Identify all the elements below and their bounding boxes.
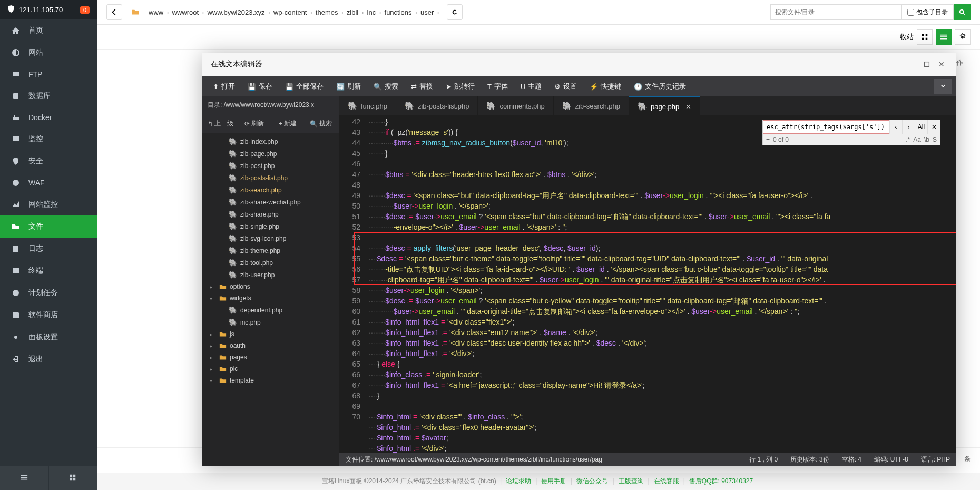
sidebar-item-ftp[interactable]: FTP xyxy=(0,64,97,85)
footer-link[interactable]: 正版查询 xyxy=(619,477,644,485)
toolbar-history-button[interactable]: 🕐文件历史记录 xyxy=(628,79,692,94)
footer-link[interactable]: 论坛求助 xyxy=(506,477,531,485)
tree-tool-up[interactable]: ↰上一级 xyxy=(204,117,237,130)
tree-tool-refresh[interactable]: ⟳刷新 xyxy=(238,117,271,130)
tree-file[interactable]: 🐘zib-user.php xyxy=(202,269,339,281)
editor-tab[interactable]: 🐘func.php xyxy=(339,96,396,115)
breadcrumb-segment[interactable]: user xyxy=(417,6,437,18)
tree-file[interactable]: 🐘zib-tool.php xyxy=(202,257,339,269)
toolbar-keys-button[interactable]: ⚡快捷键 xyxy=(583,79,628,94)
grid-view-button[interactable] xyxy=(917,29,933,45)
tree-folder[interactable]: ▾template xyxy=(202,375,339,386)
tree-folder[interactable]: ▸options xyxy=(202,281,339,292)
tree-file[interactable]: 🐘zib-share-wechat.php xyxy=(202,196,339,208)
toolbar-goto-button[interactable]: ➤跳转行 xyxy=(439,79,481,94)
breadcrumb-segment[interactable]: www xyxy=(145,6,166,18)
tree-file[interactable]: 🐘zib-page.php xyxy=(202,148,339,160)
settings-view-button[interactable] xyxy=(955,29,971,45)
tree-file[interactable]: 🐘zib-single.php xyxy=(202,220,339,232)
find-plus[interactable]: + xyxy=(766,136,770,143)
sidebar-item-logout[interactable]: 退出 xyxy=(0,348,97,370)
toolbar-font-button[interactable]: T字体 xyxy=(481,79,514,94)
list-view-button[interactable] xyxy=(936,29,952,45)
footer-link[interactable]: 在线客服 xyxy=(654,477,679,485)
breadcrumb-segment[interactable]: zibll xyxy=(344,6,361,18)
toolbar-replace-button[interactable]: ⇄替换 xyxy=(405,79,439,94)
include-subdir-checkbox[interactable]: 包含子目录 xyxy=(902,4,954,20)
find-all-button[interactable]: All xyxy=(915,120,927,134)
find-case-toggle[interactable]: Aa xyxy=(913,136,921,143)
breadcrumb-segment[interactable]: functions xyxy=(381,6,415,18)
sidebar-item-folder[interactable]: 文件 xyxy=(0,215,97,238)
search-go-button[interactable] xyxy=(954,4,971,20)
toolbar-gear-button[interactable]: ⚙设置 xyxy=(548,79,583,94)
sidebar-item-settings[interactable]: 面板设置 xyxy=(0,326,97,348)
status-history[interactable]: 历史版本: 3份 xyxy=(790,455,829,464)
sidebar-item-monitor[interactable]: 监控 xyxy=(0,128,97,150)
search-input[interactable] xyxy=(770,4,902,20)
tree-tool-search[interactable]: 🔍搜索 xyxy=(305,117,338,130)
footer-link[interactable]: 使用手册 xyxy=(541,477,566,485)
tree-folder[interactable]: ▸pic xyxy=(202,363,339,375)
find-input[interactable] xyxy=(763,120,889,134)
breadcrumb-segment[interactable]: themes xyxy=(312,6,341,18)
notification-badge[interactable]: 0 xyxy=(80,6,90,14)
tree-file[interactable]: 🐘zib-theme.php xyxy=(202,244,339,257)
toolbar-saveall-button[interactable]: 💾全部保存 xyxy=(279,79,330,94)
tree-file[interactable]: 🐘zib-share.php xyxy=(202,208,339,220)
find-prev-button[interactable]: ‹ xyxy=(889,120,902,134)
toolbar-theme-button[interactable]: U主题 xyxy=(514,79,548,94)
toolbar-save-button[interactable]: 💾保存 xyxy=(241,79,279,94)
minimize-icon[interactable]: — xyxy=(906,58,918,71)
find-sel-toggle[interactable]: S xyxy=(933,136,937,143)
sidebar-more-button[interactable] xyxy=(48,466,97,490)
status-position[interactable]: 行 1 , 列 0 xyxy=(749,455,778,464)
status-language[interactable]: 语言: PHP xyxy=(921,455,950,464)
editor-tab[interactable]: 🐘page.php✕ xyxy=(629,96,700,115)
tree-file[interactable]: 🐘zib-posts-list.php xyxy=(202,172,339,184)
sidebar-item-log[interactable]: 日志 xyxy=(0,238,97,260)
editor-tab[interactable]: 🐘comments.php xyxy=(478,96,553,115)
editor-tab[interactable]: 🐘zib-search.php xyxy=(554,96,629,115)
tree-file[interactable]: 🐘dependent.php xyxy=(202,304,339,316)
tree-folder[interactable]: ▸oauth xyxy=(202,340,339,351)
sidebar-item-cron[interactable]: 计划任务 xyxy=(0,282,97,304)
breadcrumb-segment[interactable]: inc xyxy=(364,6,379,18)
expand-button[interactable] xyxy=(934,79,952,94)
sidebar-item-docker[interactable]: Docker xyxy=(0,107,97,128)
refresh-button[interactable] xyxy=(447,4,463,20)
back-button[interactable] xyxy=(106,4,122,20)
code-content[interactable]: ········}········if (_pz('message_s')) {… xyxy=(365,115,956,453)
find-regex-toggle[interactable]: .* xyxy=(906,136,910,143)
tree-folder[interactable]: ▸pages xyxy=(202,351,339,363)
tree-file[interactable]: 🐘zib-index.php xyxy=(202,135,339,148)
toolbar-open-button[interactable]: ⬆打开 xyxy=(207,79,241,94)
find-close-button[interactable]: ✕ xyxy=(927,120,940,134)
tree-file[interactable]: 🐘zib-search.php xyxy=(202,184,339,196)
tree-file[interactable]: 🐘zib-svg-icon.php xyxy=(202,232,339,244)
toolbar-refresh-button[interactable]: 🔄刷新 xyxy=(330,79,367,94)
breadcrumb-segment[interactable]: www.bywl2023.xyz xyxy=(204,6,268,18)
editor-tab[interactable]: 🐘zib-posts-list.php xyxy=(396,96,478,115)
footer-link[interactable]: 售后QQ群: 907340327 xyxy=(689,477,753,485)
tree-tool-plus[interactable]: +新建 xyxy=(271,117,304,130)
sidebar-item-sitewatch[interactable]: 网站监控 xyxy=(0,193,97,215)
close-icon[interactable]: ✕ xyxy=(935,58,948,71)
sidebar-item-home[interactable]: 首页 xyxy=(0,19,97,42)
sidebar-item-store[interactable]: 软件商店 xyxy=(0,304,97,326)
sidebar-item-terminal[interactable]: 终端 xyxy=(0,260,97,282)
footer-link[interactable]: 微信公众号 xyxy=(576,477,608,485)
tab-close-icon[interactable]: ✕ xyxy=(685,103,691,111)
dialog-titlebar[interactable]: 在线文本编辑器 — ✕ xyxy=(202,53,956,76)
toolbar-search-button[interactable]: 🔍搜索 xyxy=(367,79,405,94)
find-word-toggle[interactable]: \b xyxy=(924,136,929,143)
sidebar-item-waf[interactable]: WAF xyxy=(0,172,97,193)
breadcrumb-segment[interactable]: wwwroot xyxy=(169,6,202,18)
tree-file[interactable]: 🐘zib-post.php xyxy=(202,160,339,172)
find-next-button[interactable]: › xyxy=(902,120,915,134)
tree-file[interactable]: 🐘inc.php xyxy=(202,316,339,328)
recycle-label[interactable]: 收站 xyxy=(900,32,914,42)
collapse-sidebar-button[interactable] xyxy=(0,466,48,490)
maximize-icon[interactable] xyxy=(920,58,933,71)
tree-folder[interactable]: ▸js xyxy=(202,328,339,340)
